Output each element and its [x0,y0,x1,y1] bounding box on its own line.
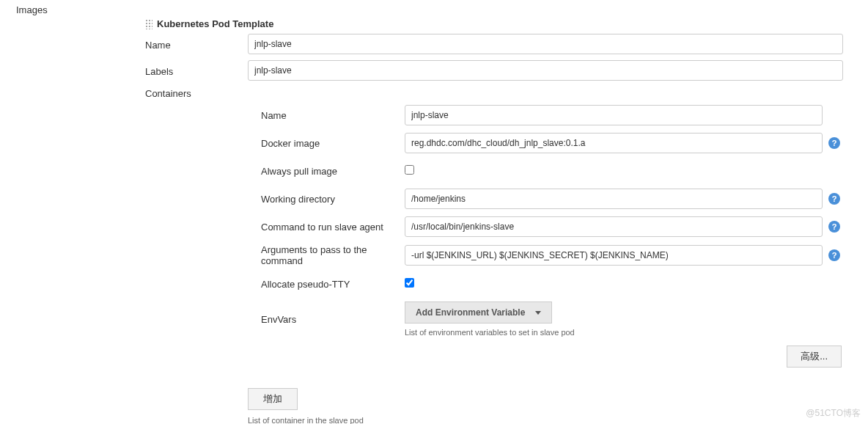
help-icon[interactable]: ? [828,249,840,261]
env-hint-text: List of environment variables to set in … [405,328,823,337]
working-dir-input[interactable] [405,189,823,209]
pod-name-label: Name [145,38,248,51]
always-pull-label: Always pull image [261,166,405,177]
allocate-tty-checkbox[interactable] [405,278,414,288]
container-name-label: Name [261,110,405,121]
containers-label: Containers [145,87,248,99]
command-label: Command to run slave agent [261,222,405,233]
chevron-down-icon [535,311,541,315]
help-icon[interactable]: ? [828,221,840,233]
arguments-label: Arguments to pass to the command [261,244,405,266]
pod-template-header: Kubernetes Pod Template [145,18,862,29]
pod-name-input[interactable] [248,34,843,54]
images-section-label: Images [16,4,862,15]
docker-image-input[interactable] [405,133,823,153]
add-env-variable-label: Add Environment Variable [416,307,525,318]
add-env-variable-button[interactable]: Add Environment Variable [405,301,552,324]
help-icon[interactable]: ? [828,193,840,205]
add-container-button[interactable]: 增加 [248,388,298,410]
container-list-hint: List of container in the slave pod [248,416,862,424]
working-dir-label: Working directory [261,194,405,205]
container-name-input[interactable] [405,105,823,125]
pod-labels-input[interactable] [248,60,843,81]
watermark-text: @51CTO博客 [806,407,861,420]
arguments-input[interactable] [405,245,823,266]
drag-handle-icon[interactable] [145,19,152,29]
advanced-button[interactable]: 高级... [787,346,842,368]
envvars-label: EnvVars [261,314,405,325]
pod-labels-label: Labels [145,65,248,77]
always-pull-checkbox[interactable] [405,165,414,175]
pod-template-title: Kubernetes Pod Template [157,18,273,29]
command-input[interactable] [405,216,823,237]
allocate-tty-label: Allocate pseudo-TTY [261,279,405,290]
help-icon[interactable]: ? [828,137,840,149]
docker-image-label: Docker image [261,138,405,149]
